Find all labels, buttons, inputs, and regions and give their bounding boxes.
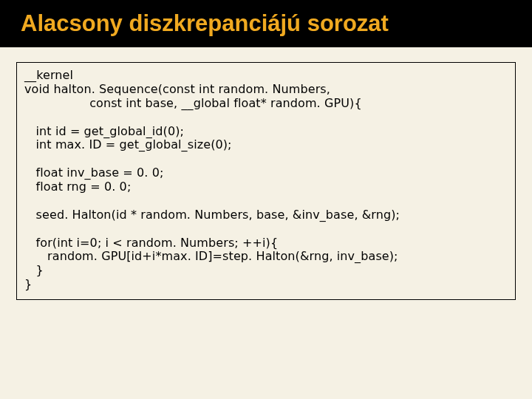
code-box: __kernel void halton. Sequence(const int… (16, 62, 516, 300)
slide-title: Alacsony diszkrepanciájú sorozat (21, 10, 532, 37)
slide: Alacsony diszkrepanciájú sorozat __kerne… (0, 0, 532, 399)
title-bar: Alacsony diszkrepanciájú sorozat (0, 0, 532, 47)
code-block: __kernel void halton. Sequence(const int… (24, 69, 508, 292)
